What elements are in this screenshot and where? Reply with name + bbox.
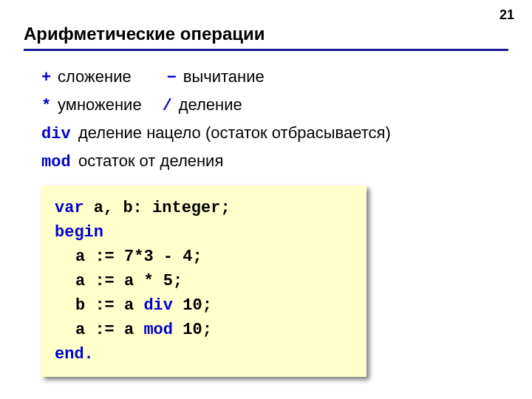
op-modkw-desc: остаток от деления xyxy=(78,151,223,170)
op-minus-symbol: − xyxy=(167,66,183,91)
code-line-var: var a, b: integer; xyxy=(55,196,353,220)
kw-end: end. xyxy=(55,345,94,364)
col-div: /деление xyxy=(163,92,242,119)
op-mul-symbol: * xyxy=(41,94,58,119)
row-plus-minus: +сложение−вычитание xyxy=(41,64,508,91)
code-line-end: end. xyxy=(55,342,353,366)
var-rest: a, b: integer; xyxy=(84,199,231,217)
op-minus-desc: вычитание xyxy=(183,67,265,86)
slide: 21 Арифметические операции +сложение−выч… xyxy=(0,0,532,399)
code-line-1: a := 7*3 - 4; xyxy=(55,245,353,269)
col-minus: −вычитание xyxy=(167,64,265,91)
op-div-symbol: / xyxy=(163,94,179,119)
content-area: +сложение−вычитание *умножение/деление d… xyxy=(24,64,508,175)
code-block: var a, b: integer; begin a := 7*3 - 4; a… xyxy=(41,185,366,377)
op-divkw-desc: деление нацело (остаток отбрасывается) xyxy=(78,123,391,142)
code-line-begin: begin xyxy=(55,220,353,245)
op-plus-symbol: + xyxy=(41,66,58,91)
code-line-3: b := a div 10; xyxy=(55,293,353,318)
row-divkw: divделение нацело (остаток отбрасывается… xyxy=(41,120,508,147)
row-modkw: modостаток от деления xyxy=(41,149,508,175)
row-mul-div: *умножение/деление xyxy=(41,92,508,119)
code-line-4: a := a mod 10; xyxy=(55,318,353,342)
kw-begin: begin xyxy=(55,223,103,242)
kw-var: var xyxy=(55,199,84,217)
page-number: 21 xyxy=(499,7,514,23)
slide-title: Арифметические операции xyxy=(24,24,508,51)
kw-mod: mod xyxy=(143,321,173,339)
op-plus-desc: сложение xyxy=(58,67,132,86)
op-modkw-symbol: mod xyxy=(41,150,78,175)
code-line-2: a := a * 5; xyxy=(55,269,353,293)
kw-div: div xyxy=(143,296,173,315)
op-divkw-symbol: div xyxy=(41,122,78,147)
op-div-desc: деление xyxy=(179,95,242,114)
op-mul-desc: умножение xyxy=(58,95,142,114)
